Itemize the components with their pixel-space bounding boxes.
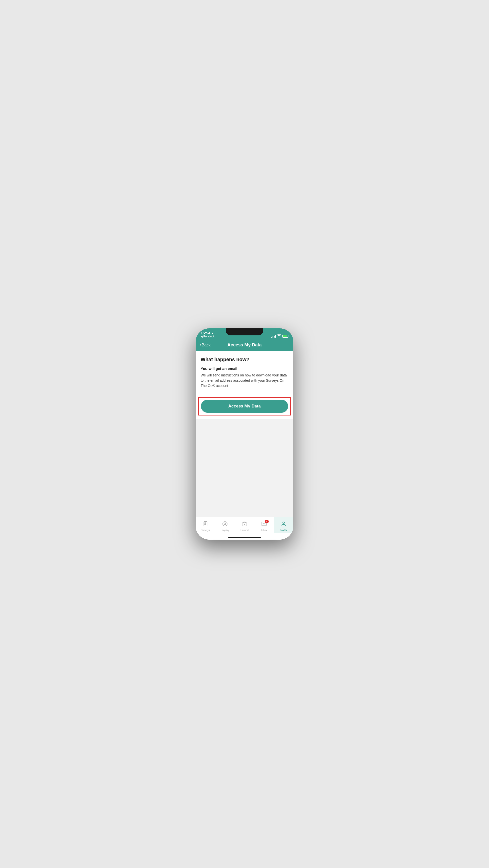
tab-bar: Surveys Payday [196,517,293,537]
signal-bars [271,335,276,338]
inbox-icon: 4 [261,521,267,528]
signal-bar-4 [275,335,276,338]
battery-icon [282,335,288,338]
status-right [271,334,288,338]
wifi-icon [277,334,281,338]
button-highlight-border: Access My Data [198,397,291,415]
back-label: Back [202,343,211,347]
status-left: 15:54 ▲ ◀ Facebook [201,331,214,338]
back-chevron-icon: ‹ [200,342,201,348]
profile-icon [281,521,286,528]
inbox-tab-label: Inbox [261,529,267,532]
back-button[interactable]: ‹ Back [200,342,211,348]
tab-profile[interactable]: Profile [274,517,293,533]
time-display: 15:54 [201,331,210,335]
access-my-data-button[interactable]: Access My Data [201,400,288,413]
signal-bar-3 [274,336,275,338]
notch [226,329,263,335]
earned-tab-label: Earned [240,529,249,532]
main-content: What happens now? You will get an email … [196,351,293,517]
card-subtitle: You will get an email [201,366,288,371]
card-title: What happens now? [201,356,288,363]
phone-screen: 15:54 ▲ ◀ Facebook [196,329,293,539]
location-icon: ▲ [211,332,214,335]
svg-point-3 [204,524,205,525]
payday-icon [222,521,228,528]
empty-content-area [196,419,293,517]
earned-icon [242,521,247,528]
signal-bar-2 [272,336,273,338]
back-app-label: ◀ Facebook [201,335,214,338]
surveys-icon [203,521,208,528]
svg-point-2 [204,523,205,524]
tab-payday[interactable]: Payday [215,517,235,533]
tab-earned[interactable]: Earned [235,517,254,533]
svg-point-1 [204,522,205,523]
button-wrapper-outer: Access My Data [196,395,293,419]
svg-point-8 [283,522,284,523]
battery-fill [283,335,287,337]
phone-frame: 15:54 ▲ ◀ Facebook [196,329,293,539]
page-title: Access My Data [227,342,262,348]
inbox-badge: 4 [265,520,269,523]
nav-header: ‹ Back Access My Data [196,339,293,351]
tab-surveys[interactable]: Surveys [196,517,215,533]
payday-tab-label: Payday [221,529,229,532]
profile-tab-label: Profile [280,529,287,532]
home-bar [228,537,261,538]
content-card: What happens now? You will get an email … [196,351,293,395]
signal-bar-1 [271,337,272,338]
status-time: 15:54 ▲ [201,331,214,335]
svg-rect-0 [204,521,207,526]
home-indicator [196,537,293,539]
tab-inbox[interactable]: 4 Inbox [254,517,274,533]
surveys-tab-label: Surveys [201,529,210,532]
card-text: We will send instructions on how to down… [201,373,288,389]
